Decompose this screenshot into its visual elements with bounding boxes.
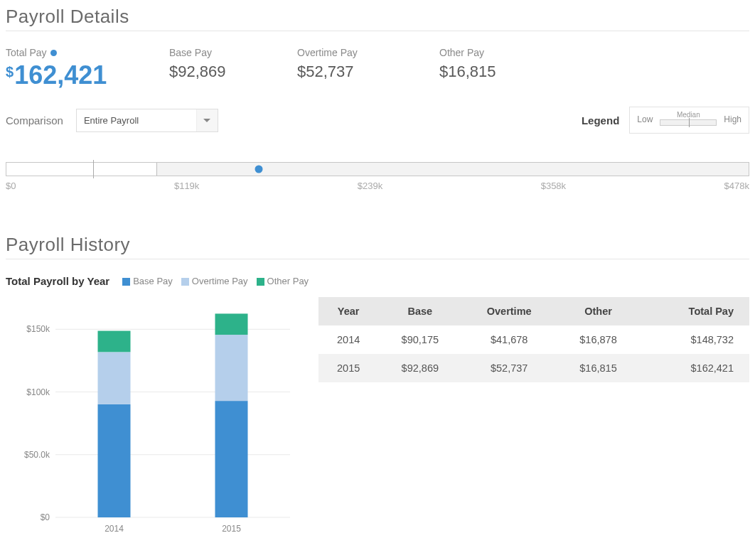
svg-rect-12 <box>215 401 248 517</box>
dist-tick: $478k <box>724 181 749 191</box>
table-cell: $148,732 <box>640 325 749 354</box>
th-year[interactable]: Year <box>318 297 378 325</box>
table-cell: $16,815 <box>557 354 640 382</box>
th-base[interactable]: Base <box>378 297 461 325</box>
th-overtime[interactable]: Overtime <box>461 297 557 325</box>
legend-item-overtime: Overtime Pay <box>181 276 248 286</box>
legend-low: Low <box>637 114 653 124</box>
svg-text:2015: 2015 <box>222 524 241 534</box>
table-cell: $92,869 <box>378 354 461 382</box>
base-pay-label: Base Pay <box>169 47 276 58</box>
distribution-point-icon <box>255 166 262 173</box>
chevron-down-icon <box>196 109 218 131</box>
divider <box>6 31 749 31</box>
other-pay-value: $16,815 <box>439 63 546 81</box>
svg-rect-8 <box>98 404 131 517</box>
svg-rect-10 <box>98 331 131 352</box>
legend-ruler-icon: Median <box>660 112 717 127</box>
pay-summary-row: Total Pay $162,421 Base Pay $92,869 Over… <box>6 47 749 88</box>
svg-rect-13 <box>215 335 248 401</box>
table-cell: 2014 <box>318 325 378 354</box>
th-other[interactable]: Other <box>557 297 640 325</box>
legend-item-base: Base Pay <box>122 276 173 286</box>
svg-text:$150k: $150k <box>26 324 50 334</box>
dist-tick: $358k <box>541 181 566 191</box>
legend-high: High <box>724 114 741 124</box>
other-pay-block: Other Pay $16,815 <box>439 47 546 88</box>
table-cell: $41,678 <box>461 325 557 354</box>
dist-tick: $0 <box>6 181 16 191</box>
overtime-pay-value: $52,737 <box>297 63 418 81</box>
series-dot-icon <box>50 50 57 56</box>
svg-rect-14 <box>215 313 248 335</box>
dist-tick: $239k <box>358 181 382 191</box>
section-title-payroll-details: Payroll Details <box>6 6 749 28</box>
distribution-chart[interactable]: $0 $119k $239k $358k $478k <box>6 162 749 191</box>
section-title-payroll-history: Payroll History <box>6 234 749 256</box>
bar-chart-title: Total Payroll by Year <box>6 275 109 287</box>
overtime-pay-block: Overtime Pay $52,737 <box>297 47 418 88</box>
table-cell: 2015 <box>318 354 378 382</box>
total-pay-label-text: Total Pay <box>6 47 47 58</box>
base-pay-block: Base Pay $92,869 <box>169 47 276 88</box>
other-pay-label: Other Pay <box>439 47 546 58</box>
table-cell: $162,421 <box>640 354 749 382</box>
th-total[interactable]: Total Pay <box>640 297 749 325</box>
svg-rect-9 <box>98 352 131 404</box>
comparison-row: Comparison Entire Payroll Legend Low Med… <box>6 107 749 134</box>
legend-item-other: Other Pay <box>257 276 309 286</box>
table-cell: $90,175 <box>378 325 461 354</box>
legend-title: Legend <box>582 114 619 126</box>
dist-tick: $119k <box>174 181 199 191</box>
svg-text:$0: $0 <box>41 512 50 522</box>
distribution-ticks: $0 $119k $239k $358k $478k <box>6 181 749 191</box>
table-cell: $52,737 <box>461 354 557 382</box>
total-pay-label: Total Pay <box>6 47 148 58</box>
comparison-select[interactable]: Entire Payroll <box>76 109 218 132</box>
chart-legend-row: Total Payroll by Year Base Pay Overtime … <box>6 275 749 287</box>
legend-box: Low Median High <box>629 107 749 134</box>
comparison-label: Comparison <box>6 114 63 126</box>
svg-text:$100k: $100k <box>26 387 50 397</box>
comparison-select-value: Entire Payroll <box>84 115 139 126</box>
divider <box>6 259 749 259</box>
total-pay-block: Total Pay $162,421 <box>6 47 148 88</box>
total-pay-value: $162,421 <box>6 63 148 88</box>
table-header-row: Year Base Overtime Other Total Pay <box>318 297 749 325</box>
payroll-history-table: Year Base Overtime Other Total Pay 2014$… <box>318 297 749 382</box>
table-row: 2015$92,869$52,737$16,815$162,421 <box>318 354 749 382</box>
currency-symbol: $ <box>6 64 14 80</box>
overtime-pay-label: Overtime Pay <box>297 47 418 58</box>
svg-text:$50.0k: $50.0k <box>24 450 50 460</box>
legend-median: Median <box>677 112 700 119</box>
svg-text:2014: 2014 <box>105 524 124 534</box>
stacked-bar-chart[interactable]: $0$50.0k$100k$150k20142015 <box>6 297 297 542</box>
table-row: 2014$90,175$41,678$16,878$148,732 <box>318 325 749 354</box>
total-pay-amount: 162,421 <box>14 60 107 90</box>
base-pay-value: $92,869 <box>169 63 276 81</box>
table-cell: $16,878 <box>557 325 640 354</box>
